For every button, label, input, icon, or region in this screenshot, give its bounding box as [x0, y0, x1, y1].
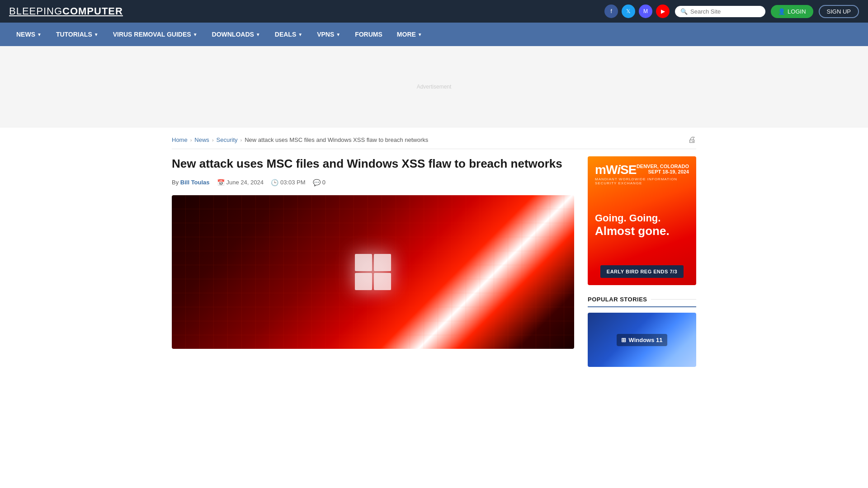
search-bar: 🔍	[675, 6, 765, 17]
site-logo[interactable]: BLEEPINGCOMPUTER	[9, 5, 123, 17]
nav-item-forums[interactable]: FORUMS	[348, 23, 390, 46]
author-link[interactable]: Bill Toulas	[180, 179, 210, 186]
nav-arrow-vpns: ▼	[336, 32, 340, 37]
article-main: New attack uses MSC files and Windows XS…	[172, 156, 574, 349]
mwise-location: DENVER, COLORADO SEPT 18-19, 2024	[637, 164, 689, 174]
search-input[interactable]	[690, 8, 760, 15]
article-author: By Bill Toulas	[172, 179, 210, 186]
site-header: BLEEPINGCOMPUTER f 𝕏 M ▶ 🔍 👤 LOGIN SIGN …	[0, 0, 868, 23]
breadcrumb-security[interactable]: Security	[217, 136, 238, 143]
clock-icon: 🕒	[271, 179, 278, 186]
nav-arrow-news: ▼	[37, 32, 42, 37]
windows-logo-quad-tl	[355, 254, 372, 271]
windows-logo-quad-br	[374, 273, 391, 290]
nav-arrow-virus-removal: ▼	[193, 32, 198, 37]
popular-story-image[interactable]: ⊞ Windows 11	[588, 313, 696, 367]
article-sidebar: mWiSE MANDIANT WORLDWIDE INFORMATION SEC…	[588, 156, 696, 367]
header-right: f 𝕏 M ▶ 🔍 👤 LOGIN SIGN UP	[604, 5, 859, 18]
content-wrapper: Home › News › Security › New attack uses…	[163, 127, 705, 367]
youtube-icon[interactable]: ▶	[656, 5, 670, 18]
login-button[interactable]: 👤 LOGIN	[771, 5, 813, 18]
windows-logo-quad-tr	[374, 254, 391, 271]
breadcrumb-sep-2: ›	[212, 137, 214, 143]
nav-item-deals[interactable]: DEALS ▼	[268, 23, 310, 46]
article-meta: By Bill Toulas 📅 June 24, 2024 🕒 03:03 P…	[172, 179, 574, 186]
mwise-tagline: Going. Going. Almost gone.	[595, 212, 670, 239]
comment-icon: 💬	[313, 179, 321, 186]
article-time: 🕒 03:03 PM	[271, 179, 306, 186]
sidebar-ad-mwise[interactable]: mWiSE MANDIANT WORLDWIDE INFORMATION SEC…	[588, 156, 696, 285]
calendar-icon: 📅	[217, 179, 225, 186]
breadcrumb: Home › News › Security › New attack uses…	[172, 136, 696, 149]
nav-arrow-more: ▼	[418, 32, 422, 37]
windows-logo-quad-bl	[355, 273, 372, 290]
user-icon: 👤	[778, 8, 785, 15]
nav-item-downloads[interactable]: DOWNLOADS ▼	[205, 23, 268, 46]
main-nav: NEWS ▼ TUTORIALS ▼ VIRUS REMOVAL GUIDES …	[0, 23, 868, 46]
print-icon[interactable]: 🖨	[688, 135, 696, 145]
nav-item-more[interactable]: MORE ▼	[390, 23, 429, 46]
breadcrumb-news[interactable]: News	[194, 136, 209, 143]
nav-item-news[interactable]: NEWS ▼	[9, 23, 49, 46]
windows11-icon: ⊞	[621, 337, 626, 343]
search-icon: 🔍	[680, 8, 688, 15]
mastodon-icon[interactable]: M	[639, 5, 652, 18]
nav-item-tutorials[interactable]: TUTORIALS ▼	[49, 23, 106, 46]
article-comments: 💬 0	[313, 179, 326, 186]
popular-stories-title: POPULAR STORIES	[588, 296, 696, 307]
facebook-icon[interactable]: f	[604, 5, 618, 18]
article-image-bg	[172, 195, 574, 349]
mwise-cta[interactable]: EARLY BIRD REG ENDS 7/3	[600, 265, 684, 278]
breadcrumb-sep-3: ›	[241, 137, 242, 143]
signup-button[interactable]: SIGN UP	[819, 5, 859, 18]
nav-item-vpns[interactable]: VPNS ▼	[310, 23, 348, 46]
mwise-sub: MANDIANT WORLDWIDE INFORMATION SECURITY …	[595, 177, 689, 185]
article-hero-image	[172, 195, 574, 349]
popular-stories: POPULAR STORIES ⊞ Windows 11	[588, 296, 696, 367]
nav-arrow-deals: ▼	[298, 32, 302, 37]
windows11-badge: ⊞ Windows 11	[617, 334, 667, 346]
windows-logo	[355, 254, 391, 290]
social-icons: f 𝕏 M ▶	[604, 5, 670, 18]
comment-count-link[interactable]: 0	[322, 179, 326, 186]
twitter-icon[interactable]: 𝕏	[622, 5, 635, 18]
ad-banner-top: Advertisement	[0, 46, 868, 127]
breadcrumb-home[interactable]: Home	[172, 136, 188, 143]
nav-arrow-tutorials: ▼	[94, 32, 99, 37]
nav-item-virus-removal[interactable]: VIRUS REMOVAL GUIDES ▼	[106, 23, 205, 46]
article-layout: New attack uses MSC files and Windows XS…	[172, 156, 696, 367]
breadcrumb-sep-1: ›	[190, 137, 192, 143]
nav-arrow-downloads: ▼	[256, 32, 260, 37]
breadcrumb-current: New attack uses MSC files and Windows XS…	[245, 136, 428, 143]
article-date: 📅 June 24, 2024	[217, 179, 264, 186]
article-title: New attack uses MSC files and Windows XS…	[172, 156, 574, 172]
